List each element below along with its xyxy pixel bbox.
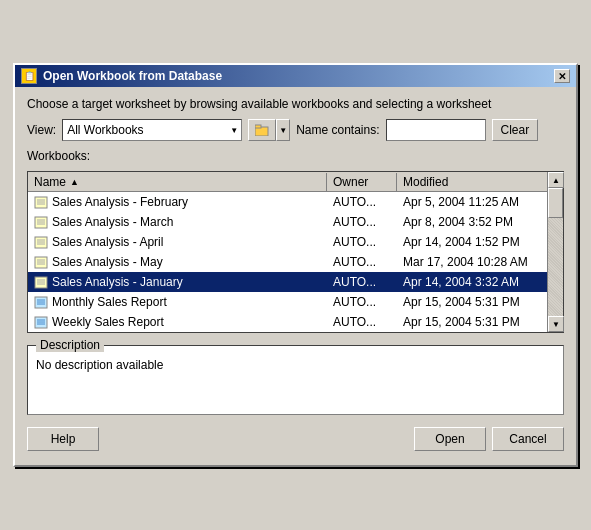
close-button[interactable]: ✕	[554, 69, 570, 83]
dialog-title: Open Workbook from Database	[43, 69, 222, 83]
cell-owner: AUTO...	[327, 233, 397, 251]
view-select-wrapper: All Workbooks My Workbooks Recent Workbo…	[62, 119, 242, 141]
workbook-icon	[34, 216, 48, 229]
browse-icon-button[interactable]	[248, 119, 276, 141]
workbook-icon	[34, 196, 48, 209]
cell-name: Sales Analysis - March	[28, 213, 327, 231]
report-icon	[34, 316, 48, 329]
col-header-modified[interactable]: Modified	[397, 173, 547, 191]
table-row[interactable]: Monthly Sales Report AUTO... Apr 15, 200…	[28, 292, 547, 312]
description-text: No description available	[36, 358, 555, 372]
title-bar-content: 📋 Open Workbook from Database	[21, 68, 222, 84]
help-button[interactable]: Help	[27, 427, 99, 451]
dialog-icon: 📋	[21, 68, 37, 84]
cell-modified: Apr 15, 2004 5:31 PM	[397, 313, 547, 331]
cell-modified: Apr 14, 2004 1:52 PM	[397, 233, 547, 251]
cell-name: Monthly Sales Report	[28, 293, 327, 311]
table-row[interactable]: Sales Analysis - May AUTO... Mar 17, 200…	[28, 252, 547, 272]
view-row: View: All Workbooks My Workbooks Recent …	[27, 119, 564, 141]
view-select[interactable]: All Workbooks My Workbooks Recent Workbo…	[62, 119, 242, 141]
cell-owner: AUTO...	[327, 273, 397, 291]
table-row[interactable]: Weekly Sales Report AUTO... Apr 15, 2004…	[28, 312, 547, 332]
open-workbook-dialog: 📋 Open Workbook from Database ✕ Choose a…	[13, 63, 578, 467]
cell-owner: AUTO...	[327, 293, 397, 311]
title-bar: 📋 Open Workbook from Database ✕	[15, 65, 576, 87]
cell-name: Sales Analysis - January	[28, 273, 327, 291]
table-row[interactable]: Sales Analysis - April AUTO... Apr 14, 2…	[28, 232, 547, 252]
col-header-name[interactable]: Name ▲	[28, 173, 327, 191]
right-buttons: Open Cancel	[414, 427, 564, 451]
clear-button[interactable]: Clear	[492, 119, 539, 141]
description-box: Description No description available	[27, 345, 564, 415]
sort-arrow-name: ▲	[70, 177, 79, 187]
cell-modified: Apr 8, 2004 3:52 PM	[397, 213, 547, 231]
icon-button-group: ▼	[248, 119, 290, 141]
cell-name: Weekly Sales Report	[28, 313, 327, 331]
instruction-text: Choose a target worksheet by browsing av…	[27, 97, 564, 111]
cell-owner: AUTO...	[327, 253, 397, 271]
cell-owner: AUTO...	[327, 213, 397, 231]
scroll-track	[548, 188, 563, 316]
cell-modified: Apr 14, 2004 3:32 AM	[397, 273, 547, 291]
workbooks-table-wrapper: Name ▲ Owner Modified Sales Analysis - F…	[27, 171, 564, 333]
col-header-owner[interactable]: Owner	[327, 173, 397, 191]
scroll-thumb[interactable]	[548, 188, 563, 218]
cell-modified: Apr 15, 2004 5:31 PM	[397, 293, 547, 311]
workbooks-label: Workbooks:	[27, 149, 564, 163]
open-button[interactable]: Open	[414, 427, 486, 451]
cell-modified: Apr 5, 2004 11:25 AM	[397, 193, 547, 211]
browse-dropdown-button[interactable]: ▼	[276, 119, 290, 141]
cell-name: Sales Analysis - April	[28, 233, 327, 251]
table-body: Sales Analysis - February AUTO... Apr 5,…	[28, 192, 547, 332]
scroll-up-button[interactable]: ▲	[548, 172, 564, 188]
name-contains-input[interactable]	[386, 119, 486, 141]
description-legend: Description	[36, 338, 104, 352]
table-header: Name ▲ Owner Modified	[28, 172, 547, 192]
workbooks-table: Name ▲ Owner Modified Sales Analysis - F…	[28, 172, 547, 332]
table-row[interactable]: Sales Analysis - March AUTO... Apr 8, 20…	[28, 212, 547, 232]
button-row: Help Open Cancel	[27, 423, 564, 455]
report-icon	[34, 296, 48, 309]
cell-name: Sales Analysis - February	[28, 193, 327, 211]
view-label: View:	[27, 123, 56, 137]
cell-owner: AUTO...	[327, 193, 397, 211]
description-container: Description No description available	[27, 345, 564, 415]
scroll-down-button[interactable]: ▼	[548, 316, 564, 332]
workbook-icon	[34, 276, 48, 289]
cell-name: Sales Analysis - May	[28, 253, 327, 271]
table-row[interactable]: Sales Analysis - January AUTO... Apr 14,…	[28, 272, 547, 292]
folder-icon	[255, 124, 269, 136]
dialog-body: Choose a target worksheet by browsing av…	[15, 87, 576, 465]
workbook-icon	[34, 256, 48, 269]
table-row[interactable]: Sales Analysis - February AUTO... Apr 5,…	[28, 192, 547, 212]
cell-modified: Mar 17, 2004 10:28 AM	[397, 253, 547, 271]
name-contains-label: Name contains:	[296, 123, 379, 137]
workbook-icon	[34, 236, 48, 249]
cell-owner: AUTO...	[327, 313, 397, 331]
svg-rect-1	[255, 125, 261, 128]
cancel-button[interactable]: Cancel	[492, 427, 564, 451]
scrollbar[interactable]: ▲ ▼	[547, 172, 563, 332]
